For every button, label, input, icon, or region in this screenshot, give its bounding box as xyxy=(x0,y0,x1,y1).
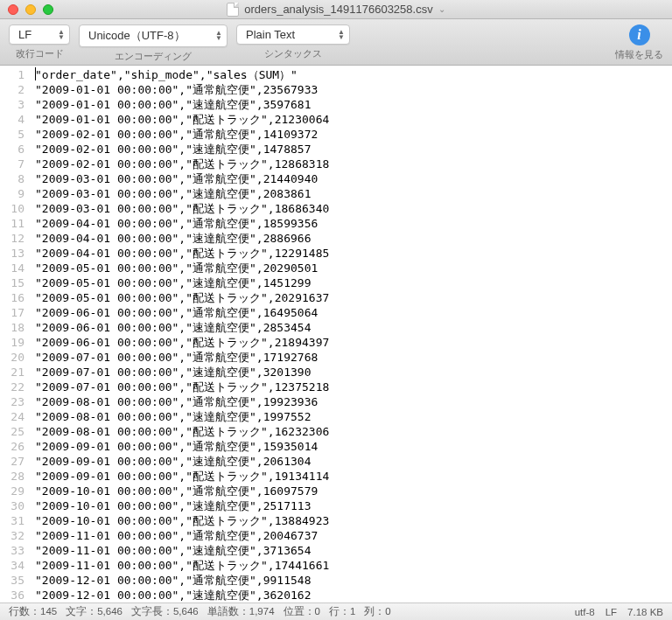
line-number: 25 xyxy=(0,424,24,439)
code-line[interactable]: "2009-08-01 00:00:00","通常航空便",19923936 xyxy=(35,394,672,409)
line-number: 2 xyxy=(0,82,24,97)
code-line[interactable]: "2009-07-01 00:00:00","配送トラック",12375218 xyxy=(35,380,672,394)
chevron-down-icon: ⌄ xyxy=(438,4,445,14)
line-number: 29 xyxy=(0,484,24,498)
status-col: 列：0 xyxy=(364,605,390,618)
code-line[interactable]: "2009-12-01 00:00:00","通常航空便",9911548 xyxy=(35,573,672,588)
code-line[interactable]: "2009-06-01 00:00:00","速達航空便",2853454 xyxy=(35,320,672,335)
line-number: 17 xyxy=(0,305,24,320)
code-line[interactable]: "2009-04-01 00:00:00","速達航空便",2886966 xyxy=(35,231,672,246)
updown-icon: ▲▼ xyxy=(215,31,222,41)
maximize-icon[interactable] xyxy=(43,4,53,15)
code-line[interactable]: "2009-07-01 00:00:00","通常航空便",17192768 xyxy=(35,350,672,365)
code-line[interactable]: "2009-10-01 00:00:00","速達航空便",2517113 xyxy=(35,498,672,513)
status-pos: 位置：0 xyxy=(284,605,320,618)
syntax-group: Plain Text ▲▼ シンタックス xyxy=(236,24,350,60)
code-line[interactable]: "2009-05-01 00:00:00","速達航空便",1451299 xyxy=(35,275,672,290)
filename-label: orders_analysis_1491176603258.csv xyxy=(244,3,432,16)
code-line[interactable]: "2009-04-01 00:00:00","通常航空便",18599356 xyxy=(35,216,672,231)
code-line[interactable]: "2009-08-01 00:00:00","速達航空便",1997552 xyxy=(35,409,672,424)
editor[interactable]: 1234567891011121314151617181920212223242… xyxy=(0,66,672,603)
line-number: 36 xyxy=(0,588,24,603)
status-length: 文字長：5,646 xyxy=(131,605,199,618)
code-line[interactable]: "2009-02-01 00:00:00","通常航空便",14109372 xyxy=(35,127,672,142)
code-line[interactable]: "2009-08-01 00:00:00","配送トラック",16232306 xyxy=(35,424,672,439)
line-number: 35 xyxy=(0,573,24,588)
code-line[interactable]: "2009-01-01 00:00:00","配送トラック",21230064 xyxy=(35,112,672,127)
code-line[interactable]: "2009-06-01 00:00:00","配送トラック",21894397 xyxy=(35,335,672,350)
info-icon[interactable]: i xyxy=(629,24,650,45)
code-line[interactable]: "2009-11-01 00:00:00","通常航空便",20046737 xyxy=(35,528,672,543)
code-line[interactable]: "2009-02-01 00:00:00","速達航空便",1478857 xyxy=(35,142,672,157)
code-line[interactable]: "2009-03-01 00:00:00","配送トラック",18686340 xyxy=(35,201,672,216)
status-lineending: LF xyxy=(606,607,617,617)
code-line[interactable]: "2009-06-01 00:00:00","通常航空便",16495064 xyxy=(35,305,672,320)
syntax-label: シンタックス xyxy=(264,47,322,60)
info-label: 情報を見る xyxy=(615,48,663,61)
line-number: 20 xyxy=(0,350,24,365)
line-number: 26 xyxy=(0,439,24,454)
line-number: 8 xyxy=(0,171,24,186)
line-number: 14 xyxy=(0,261,24,275)
line-number: 9 xyxy=(0,186,24,201)
code-line[interactable]: "2009-11-01 00:00:00","速達航空便",3713654 xyxy=(35,543,672,558)
code-line[interactable]: "2009-02-01 00:00:00","配送トラック",12868318 xyxy=(35,157,672,171)
code-line[interactable]: "2009-09-01 00:00:00","速達航空便",2061304 xyxy=(35,454,672,469)
close-icon[interactable] xyxy=(8,4,18,15)
code-line[interactable]: "2009-07-01 00:00:00","速達航空便",3201390 xyxy=(35,365,672,380)
status-chars: 文字：5,646 xyxy=(66,605,122,618)
line-number: 10 xyxy=(0,201,24,216)
toolbar: LF ▲▼ 改行コード Unicode（UTF-8） ▲▼ エンコーディング P… xyxy=(0,19,672,66)
status-encoding: utf-8 xyxy=(575,607,595,617)
line-ending-group: LF ▲▼ 改行コード xyxy=(9,24,70,60)
code-line[interactable]: "2009-09-01 00:00:00","通常航空便",15935014 xyxy=(35,439,672,454)
line-number: 11 xyxy=(0,216,24,231)
line-number: 13 xyxy=(0,246,24,261)
line-number: 5 xyxy=(0,127,24,142)
updown-icon: ▲▼ xyxy=(58,30,65,40)
code-line[interactable]: "2009-10-01 00:00:00","配送トラック",13884923 xyxy=(35,513,672,528)
encoding-value: Unicode（UTF-8） xyxy=(88,29,186,42)
code-line[interactable]: "2009-01-01 00:00:00","速達航空便",3597681 xyxy=(35,97,672,112)
status-words: 単語数：1,974 xyxy=(207,605,275,618)
code-line[interactable]: "2009-05-01 00:00:00","配送トラック",20291637 xyxy=(35,290,672,305)
line-ending-value: LF xyxy=(18,28,32,41)
line-number: 28 xyxy=(0,469,24,484)
line-number: 34 xyxy=(0,558,24,573)
line-number: 24 xyxy=(0,409,24,424)
window-title: orders_analysis_1491176603258.csv ⌄ xyxy=(0,3,672,17)
line-number: 27 xyxy=(0,454,24,469)
code-area[interactable]: "order_date","ship_mode","sales（SUM）""20… xyxy=(32,66,672,603)
code-line[interactable]: "2009-03-01 00:00:00","通常航空便",21440940 xyxy=(35,171,672,186)
syntax-value: Plain Text xyxy=(246,28,295,41)
line-number: 3 xyxy=(0,97,24,112)
syntax-select[interactable]: Plain Text ▲▼ xyxy=(236,24,350,45)
line-number: 1 xyxy=(0,67,24,82)
line-number: 4 xyxy=(0,112,24,127)
code-line[interactable]: "2009-03-01 00:00:00","速達航空便",2083861 xyxy=(35,186,672,201)
statusbar: 行数：145 文字：5,646 文字長：5,646 単語数：1,974 位置：0… xyxy=(0,603,672,620)
code-line[interactable]: "2009-04-01 00:00:00","配送トラック",12291485 xyxy=(35,246,672,261)
encoding-group: Unicode（UTF-8） ▲▼ エンコーディング xyxy=(79,24,228,63)
updown-icon: ▲▼ xyxy=(338,30,345,40)
line-number: 16 xyxy=(0,290,24,305)
status-size: 7.18 KB xyxy=(627,607,663,617)
line-number-gutter: 1234567891011121314151617181920212223242… xyxy=(0,66,32,603)
line-number: 6 xyxy=(0,142,24,157)
code-line[interactable]: "2009-05-01 00:00:00","通常航空便",20290501 xyxy=(35,261,672,275)
line-number: 12 xyxy=(0,231,24,246)
encoding-select[interactable]: Unicode（UTF-8） ▲▼ xyxy=(79,24,228,47)
code-line[interactable]: "2009-09-01 00:00:00","配送トラック",19134114 xyxy=(35,469,672,484)
line-number: 15 xyxy=(0,275,24,290)
status-line: 行：1 xyxy=(329,605,355,618)
line-number: 22 xyxy=(0,380,24,394)
code-line[interactable]: "2009-11-01 00:00:00","配送トラック",17441661 xyxy=(35,558,672,573)
minimize-icon[interactable] xyxy=(25,4,36,15)
code-line[interactable]: "2009-10-01 00:00:00","通常航空便",16097579 xyxy=(35,484,672,498)
code-line[interactable]: "2009-01-01 00:00:00","通常航空便",23567933 xyxy=(35,82,672,97)
code-line[interactable]: "2009-12-01 00:00:00","速達航空便",3620162 xyxy=(35,588,672,603)
code-line[interactable]: "order_date","ship_mode","sales（SUM）" xyxy=(35,67,672,82)
info-group: i 情報を見る xyxy=(615,24,663,61)
window-controls xyxy=(0,4,53,15)
line-ending-select[interactable]: LF ▲▼ xyxy=(9,24,70,45)
